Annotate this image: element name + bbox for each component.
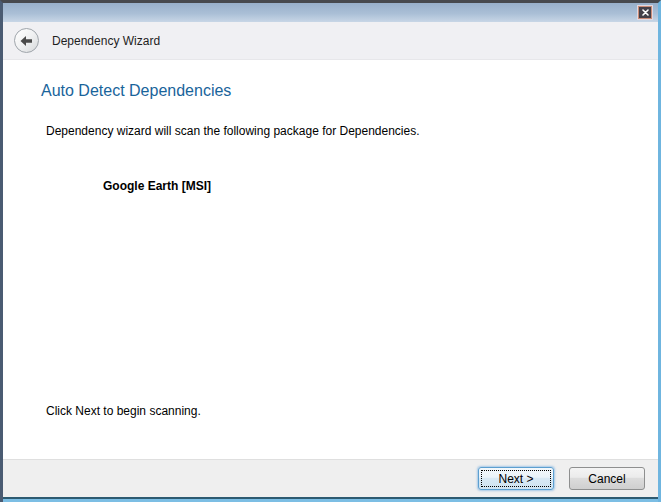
wizard-page-content: Auto Detect Dependencies Dependency wiza…	[3, 60, 658, 459]
scan-description: Dependency wizard will scan the followin…	[46, 124, 420, 138]
wizard-title: Dependency Wizard	[52, 34, 160, 48]
close-button[interactable]	[638, 6, 652, 19]
page-heading: Auto Detect Dependencies	[41, 82, 231, 100]
package-name: Google Earth [MSI]	[103, 179, 211, 193]
close-icon	[642, 9, 649, 16]
arrow-left-icon	[20, 32, 33, 50]
title-bar	[3, 3, 658, 22]
back-button[interactable]	[14, 28, 39, 53]
wizard-header: Dependency Wizard	[3, 22, 658, 60]
cancel-button[interactable]: Cancel	[569, 467, 645, 490]
dependency-wizard-window: Dependency Wizard Auto Detect Dependenci…	[0, 0, 661, 502]
next-instruction: Click Next to begin scanning.	[46, 404, 201, 418]
button-bar: Next > Cancel	[3, 459, 658, 497]
next-button[interactable]: Next >	[478, 467, 554, 490]
